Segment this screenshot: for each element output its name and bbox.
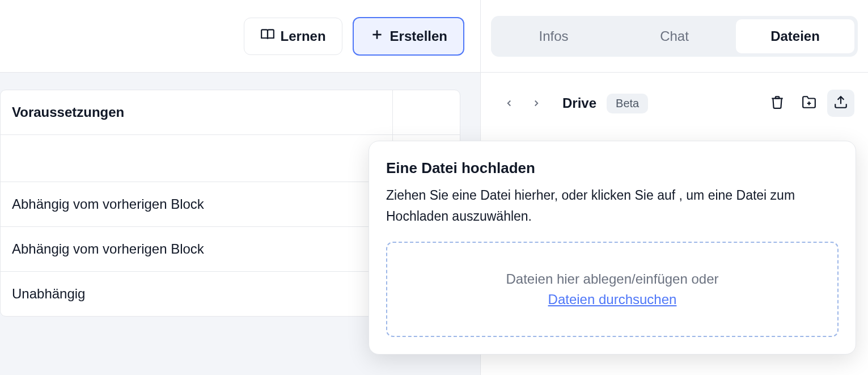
learn-button-label: Lernen xyxy=(281,28,326,44)
nav-forward-button[interactable] xyxy=(525,92,548,115)
browse-files-link[interactable]: Dateien durchsuchen xyxy=(399,292,826,307)
drive-label: Drive xyxy=(562,95,596,111)
create-button[interactable]: Erstellen xyxy=(353,17,464,56)
tab-group: Infos Chat Dateien xyxy=(491,16,858,57)
tab-files[interactable]: Dateien xyxy=(736,19,854,53)
file-dropzone[interactable]: Dateien hier ablegen/einfügen oder Datei… xyxy=(386,242,839,337)
upload-popover: Eine Datei hochladen Ziehen Sie eine Dat… xyxy=(369,141,856,355)
trash-icon xyxy=(770,95,785,112)
tab-infos[interactable]: Infos xyxy=(494,19,613,53)
table-header-label: Voraussetzungen xyxy=(1,90,393,134)
upload-button[interactable] xyxy=(827,90,854,117)
plus-icon xyxy=(370,27,384,45)
table-cell-label: Abhängig vom vorherigen Block xyxy=(1,182,393,226)
delete-button[interactable] xyxy=(764,90,791,117)
new-folder-button[interactable] xyxy=(795,90,823,117)
book-icon xyxy=(260,27,275,45)
upload-icon xyxy=(833,95,848,112)
left-toolbar: Lernen Erstellen xyxy=(0,0,480,73)
nav-back-button[interactable] xyxy=(498,92,520,115)
folder-plus-icon xyxy=(802,95,816,112)
learn-button[interactable]: Lernen xyxy=(244,18,342,55)
beta-badge: Beta xyxy=(607,94,648,113)
table-cell-label: Abhängig vom vorherigen Block xyxy=(1,227,393,271)
right-tabs-header: Infos Chat Dateien xyxy=(481,0,868,73)
popover-title: Eine Datei hochladen xyxy=(386,159,839,177)
table-header-row: Voraussetzungen xyxy=(1,90,460,135)
tab-chat[interactable]: Chat xyxy=(615,19,734,53)
table-header-spacer xyxy=(393,90,460,134)
table-cell-label: Unabhängig xyxy=(1,272,393,316)
create-button-label: Erstellen xyxy=(390,28,447,44)
dropzone-text: Dateien hier ablegen/einfügen oder xyxy=(399,271,826,287)
popover-description: Ziehen Sie eine Datei hierher, oder klic… xyxy=(386,185,839,227)
drive-toolbar: Drive Beta xyxy=(481,73,868,128)
